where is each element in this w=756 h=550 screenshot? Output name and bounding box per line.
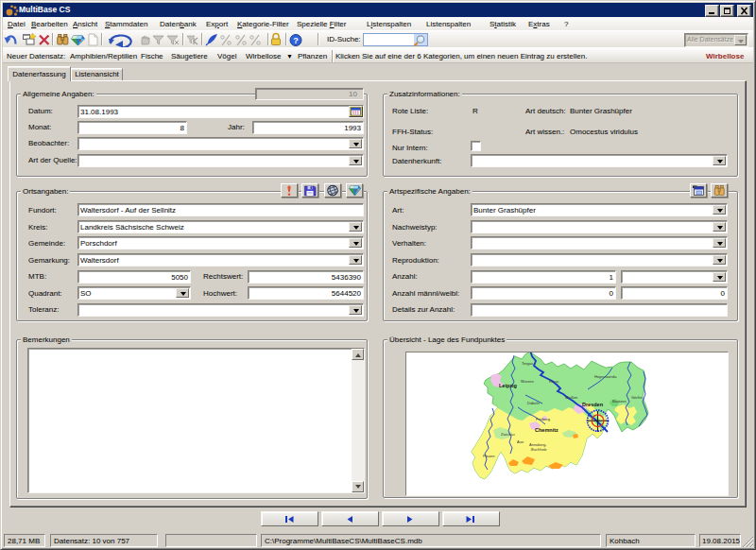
svg-text:Riesa: Riesa (549, 379, 559, 384)
svg-text:?: ? (293, 36, 299, 45)
svg-text:Döbeln: Döbeln (527, 401, 540, 405)
svg-text:Meißen: Meißen (565, 395, 577, 400)
svg-text:Dresden: Dresden (582, 402, 604, 407)
svg-text:Wurzen: Wurzen (521, 379, 534, 384)
svg-text:.Buchholz: .Buchholz (530, 447, 547, 452)
svg-text:Hoyerswerda: Hoyerswerda (594, 374, 617, 379)
svg-text:Freiberg: Freiberg (536, 417, 550, 421)
svg-text:Zwickau: Zwickau (501, 432, 515, 437)
svg-text:Leipzig: Leipzig (499, 383, 517, 388)
svg-text:Torgau: Torgau (522, 361, 533, 366)
svg-text:Chemnitz: Chemnitz (535, 427, 558, 433)
svg-text:Bautzen: Bautzen (612, 399, 627, 404)
svg-text:Görlitz: Görlitz (631, 395, 643, 400)
svg-text:Plauen: Plauen (483, 454, 494, 458)
svg-text:Aue: Aue (517, 439, 524, 444)
